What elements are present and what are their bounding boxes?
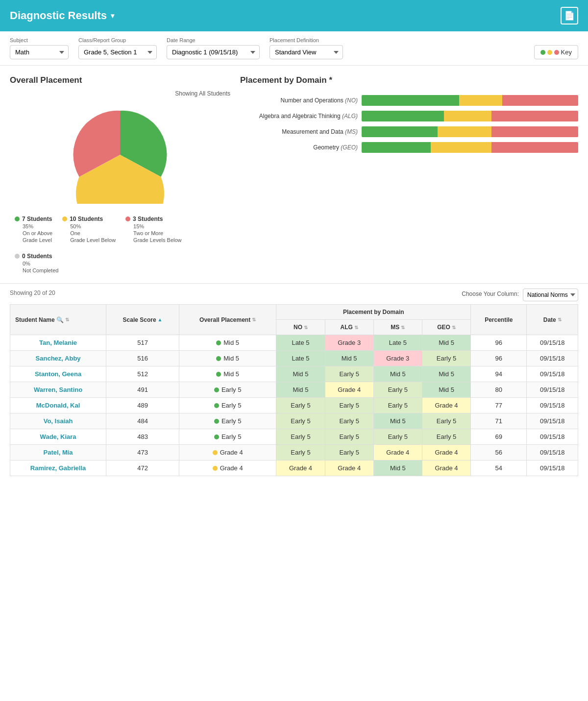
cell-percentile-7: 56	[471, 445, 527, 460]
cell-placement-0: Mid 5	[179, 335, 276, 351]
student-link-7[interactable]: Patel, Mia	[44, 449, 73, 456]
cell-percentile-4: 77	[471, 398, 527, 413]
table-row: Ramirez, Gabriella 472 Grade 4 Grade 4 G…	[10, 460, 578, 476]
sort-icon-date[interactable]: ⇅	[558, 317, 562, 322]
legend-red: 3 Students 15% Two or More Grade Levels …	[125, 216, 181, 243]
subject-label: Subject	[10, 37, 69, 43]
table-row: Stanton, Geena 512 Mid 5 Mid 5 Early 5 M…	[10, 366, 578, 382]
domain-label-no: Number and Operations (NO)	[240, 97, 358, 104]
class-select[interactable]: Grade 5, Section 1	[78, 45, 157, 59]
sort-icon-alg[interactable]: ⇅	[354, 325, 358, 330]
bar-green-alg	[362, 111, 444, 121]
cell-ms-4: Early 5	[373, 398, 422, 413]
th-overall: Overall Placement ⇅	[179, 305, 276, 335]
pie-chart	[71, 106, 169, 204]
export-icon[interactable]: 📄	[561, 7, 578, 24]
placement-dot-0	[216, 340, 221, 345]
table-row: McDonald, Kal 489 Early 5 Early 5 Early …	[10, 398, 578, 413]
showing-count: Showing 20 of 20	[10, 290, 55, 296]
cell-ms-7: Grade 4	[373, 445, 422, 460]
choose-column-label: Choose Your Column:	[462, 290, 519, 297]
legend-yellow-dot	[62, 217, 67, 221]
cell-percentile-1: 96	[471, 351, 527, 366]
cell-alg-2: Early 5	[325, 366, 373, 382]
cell-ms-8: Mid 5	[373, 460, 422, 476]
cell-placement-6: Early 5	[179, 429, 276, 445]
overall-placement-section: Overall Placement Showing All Students	[10, 75, 230, 273]
placement-dot-4	[214, 403, 219, 408]
student-link-1[interactable]: Sanchez, Abby	[36, 355, 81, 362]
sort-icon-student[interactable]: ⇅	[65, 317, 69, 322]
legend-green: 7 Students 35% On or Above Grade Level	[15, 216, 52, 243]
cell-alg-1: Mid 5	[325, 351, 373, 366]
dropdown-arrow-icon[interactable]: ▾	[111, 12, 114, 20]
sort-icon-scale[interactable]: ▲	[158, 317, 163, 322]
legend-green-desc1: On or Above	[15, 230, 52, 236]
cell-student-0: Tan, Melanie	[10, 335, 106, 351]
cell-ms-0: Late 5	[373, 335, 422, 351]
legend-red-desc1: Two or More	[125, 230, 181, 236]
student-link-0[interactable]: Tan, Melanie	[39, 339, 77, 346]
th-no: NO ⇅	[276, 320, 325, 335]
filters-bar: Subject Math Class/Report Group Grade 5,…	[0, 31, 588, 66]
student-link-3[interactable]: Warren, Santino	[34, 386, 82, 393]
national-norms-select[interactable]: National Norms	[523, 289, 578, 301]
cell-no-1: Late 5	[276, 351, 325, 366]
subject-select[interactable]: Math	[10, 45, 69, 59]
bar-yellow-alg	[444, 111, 491, 121]
legend-green-dot	[15, 217, 20, 221]
cell-date-7: 09/15/18	[527, 445, 578, 460]
legend-red-dot	[125, 217, 130, 221]
student-link-2[interactable]: Stanton, Geena	[35, 370, 81, 378]
cell-no-6: Early 5	[276, 429, 325, 445]
cell-score-7: 473	[106, 445, 179, 460]
sort-icon-ms[interactable]: ⇅	[401, 325, 405, 330]
student-link-6[interactable]: Wade, Kiara	[40, 433, 76, 440]
table-body: Tan, Melanie 517 Mid 5 Late 5 Grade 3 La…	[10, 335, 578, 476]
overall-title: Overall Placement	[10, 75, 230, 85]
sort-icon-geo[interactable]: ⇅	[452, 325, 456, 330]
bar-green-geo	[362, 142, 431, 153]
cell-placement-5: Early 5	[179, 413, 276, 429]
cell-percentile-5: 71	[471, 413, 527, 429]
student-link-5[interactable]: Vo, Isaiah	[44, 417, 73, 425]
sort-icon-overall[interactable]: ⇅	[252, 317, 256, 322]
cell-percentile-3: 80	[471, 382, 527, 398]
legend-yellow-desc2: Grade Level Below	[62, 237, 116, 243]
legend-yellow-desc1: One	[62, 230, 116, 236]
domain-row-geo: Geometry (GEO)	[240, 142, 578, 153]
cell-ms-5: Mid 5	[373, 413, 422, 429]
domain-row-alg: Algebra and Algebraic Thinking (ALG)	[240, 111, 578, 121]
cell-score-6: 483	[106, 429, 179, 445]
cell-date-0: 09/15/18	[527, 335, 578, 351]
domain-row-ms: Measurement and Data (MS)	[240, 126, 578, 137]
header: Diagnostic Results ▾ 📄	[0, 0, 588, 31]
cell-percentile-2: 94	[471, 366, 527, 382]
cell-ms-1: Grade 3	[373, 351, 422, 366]
cell-student-7: Patel, Mia	[10, 445, 106, 460]
cell-percentile-0: 96	[471, 335, 527, 351]
class-label: Class/Report Group	[78, 37, 157, 43]
student-link-4[interactable]: McDonald, Kal	[36, 402, 80, 409]
student-link-8[interactable]: Ramirez, Gabriella	[30, 464, 86, 472]
date-select[interactable]: Diagnostic 1 (09/15/18)	[167, 45, 260, 59]
legend-gray-pct: 0%	[15, 261, 58, 266]
sort-icon-no[interactable]: ⇅	[304, 325, 308, 330]
charts-section: Overall Placement Showing All Students	[0, 66, 588, 284]
cell-geo-2: Mid 5	[422, 366, 470, 382]
bar-yellow-ms	[438, 126, 492, 137]
cell-student-6: Wade, Kiara	[10, 429, 106, 445]
cell-no-4: Early 5	[276, 398, 325, 413]
cell-ms-3: Early 5	[373, 382, 422, 398]
placement-select[interactable]: Standard View	[270, 45, 343, 59]
key-button[interactable]: Key	[534, 45, 578, 59]
cell-percentile-6: 69	[471, 429, 527, 445]
cell-score-2: 512	[106, 366, 179, 382]
cell-placement-7: Grade 4	[179, 445, 276, 460]
search-icon[interactable]: 🔍	[56, 316, 64, 323]
subject-filter: Subject Math	[10, 37, 69, 59]
legend-yellow-pct: 50%	[62, 223, 116, 229]
date-filter: Date Range Diagnostic 1 (09/15/18)	[167, 37, 260, 59]
cell-date-8: 09/15/18	[527, 460, 578, 476]
bar-yellow-no	[459, 95, 502, 106]
